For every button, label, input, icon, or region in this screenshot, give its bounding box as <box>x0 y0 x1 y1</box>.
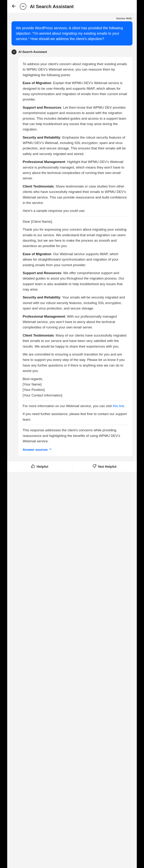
bullet-point: Professional Management: Highlight that … <box>23 159 128 181</box>
logo-icon <box>20 3 26 10</box>
letter-signoff: Best regards, [Your Name] [Your Position… <box>23 376 128 398</box>
letter-bullet-point: Professional Management: With our profes… <box>23 314 128 330</box>
page-title: AI Search Assistant <box>30 4 74 9</box>
header: AI Search Assistant <box>7 0 137 13</box>
answer-sources-toggle[interactable]: Answer sources <box>23 447 128 453</box>
back-icon[interactable] <box>11 4 16 9</box>
sample-lead: Here's a sample response you could use: <box>23 208 128 214</box>
thumbs-up-icon <box>31 464 35 469</box>
not-helpful-button[interactable]: Not Helpful <box>72 464 137 469</box>
app-container: AI Search Assistant Genius Web We provid… <box>7 0 137 868</box>
bullet-point: Security and Reliability: Emphasize the … <box>23 135 128 157</box>
thumbs-down-icon <box>93 464 97 469</box>
chat-area: Genius Web We provide WordPress services… <box>7 13 137 461</box>
ai-header: AI Search Assistant <box>11 50 133 55</box>
bullet-point: Client Testimonials: Share testimonials … <box>23 184 128 206</box>
conclusion: This response addresses the client's con… <box>23 428 128 444</box>
ai-name: AI Search Assistant <box>19 50 47 54</box>
ai-response: To address your client's concern about m… <box>19 57 133 456</box>
user-message: We provide WordPress services. A client … <box>11 21 133 45</box>
bullet-point: Support and Resources: Let them know tha… <box>23 105 128 132</box>
source-label: Genius Web <box>11 17 133 20</box>
info-link[interactable]: this link <box>113 404 124 408</box>
chevron-down-icon <box>49 447 52 453</box>
helpful-button[interactable]: Helpful <box>7 464 72 469</box>
footer-link-line: For more information on our Webmail serv… <box>23 403 128 409</box>
letter-bullet-point: Client Testimonials: Many of our clients… <box>23 333 128 349</box>
intro-text: To address your client's concern about m… <box>23 61 128 78</box>
letter-bullet-point: Ease of Migration: Our Webmail service s… <box>23 251 128 268</box>
letter-bullet-point: Support and Resources: We offer comprehe… <box>23 270 128 292</box>
bullet-point: Ease of Migration: Explain that WPMU DEV… <box>23 80 128 102</box>
ai-avatar-icon <box>11 50 16 55</box>
letter-commitment: We are committed to ensuring a smooth tr… <box>23 352 128 374</box>
feedback-bar: Helpful Not Helpful <box>7 461 137 472</box>
letter-opening: Thank you for expressing your concern ab… <box>23 227 128 249</box>
footer-assistance: If you need further assistance, please f… <box>23 411 128 422</box>
letter-bullet-point: Security and Reliability: Your emails wi… <box>23 295 128 311</box>
letter-greeting: Dear [Client Name], <box>23 219 128 224</box>
